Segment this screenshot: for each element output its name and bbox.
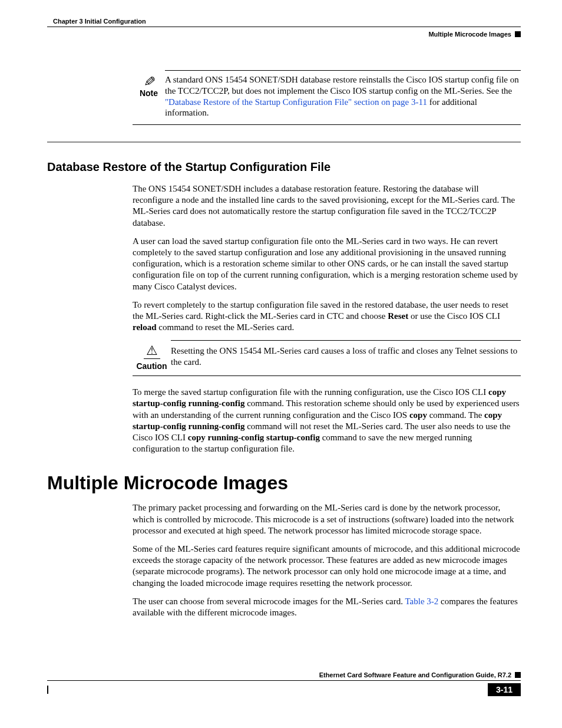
note-label: Note: [133, 88, 165, 98]
body-paragraph: To merge the saved startup configuration…: [133, 387, 521, 454]
section-heading-db-restore: Database Restore of the Startup Configur…: [47, 160, 521, 174]
page-number: 3-11: [488, 683, 521, 696]
page-footer: Ethernet Card Software Feature and Confi…: [47, 671, 521, 696]
header-section: Multiple Microcode Images: [47, 31, 521, 38]
body-paragraph: A user can load the saved startup config…: [133, 236, 521, 292]
body-paragraph: To revert completely to the startup conf…: [133, 299, 521, 334]
header-section-text: Multiple Microcode Images: [428, 31, 511, 38]
warning-triangle-icon: ⚠: [144, 344, 160, 359]
body-paragraph: Some of the ML-Series card features requ…: [133, 543, 521, 589]
note-block: ✎ Note A standard ONS 15454 SONET/SDH da…: [133, 74, 521, 118]
section-heading-microcode: Multiple Microcode Images: [47, 472, 521, 494]
footer-tick-icon: [47, 686, 48, 694]
body-paragraph: The user can choose from several microco…: [133, 596, 521, 618]
page-header: Chapter 3 Initial Configuration: [47, 18, 521, 25]
note-crossref-link[interactable]: "Database Restore of the Startup Configu…: [165, 97, 427, 107]
note-body: A standard ONS 15454 SONET/SDH database …: [165, 74, 521, 118]
caution-block: ⚠ Caution Resetting the ONS 15454 ML-Ser…: [133, 340, 521, 376]
pencil-icon: ✎: [141, 75, 157, 88]
footer-title: Ethernet Card Software Feature and Confi…: [319, 671, 511, 678]
body-paragraph: The ONS 15454 SONET/SDH includes a datab…: [133, 183, 521, 229]
header-chapter: Chapter 3 Initial Configuration: [47, 18, 146, 25]
caution-label: Caution: [133, 361, 171, 371]
table-crossref-link[interactable]: Table 3-2: [405, 597, 438, 606]
footer-marker-icon: [515, 672, 521, 678]
header-marker-icon: [515, 31, 521, 37]
caution-body: Resetting the ONS 15454 ML-Series card c…: [171, 344, 521, 368]
body-paragraph: The primary packet processing and forwar…: [133, 502, 521, 536]
